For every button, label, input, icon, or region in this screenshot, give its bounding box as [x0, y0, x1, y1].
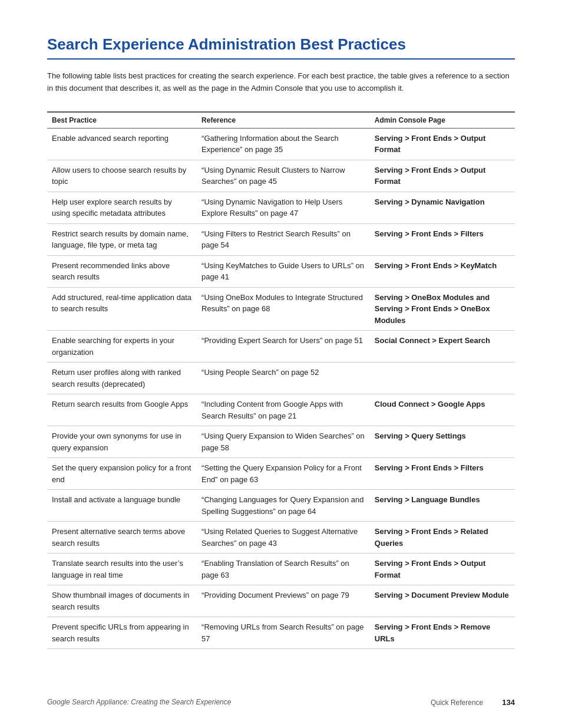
page-title: Search Experience Administration Best Pr… — [47, 35, 515, 60]
cell-best-practice: Allow users to choose search results by … — [47, 160, 197, 192]
table-row: Present recommended links above search r… — [47, 255, 515, 287]
cell-admin-console: Serving > Front Ends > Remove URLs — [370, 617, 515, 649]
cell-reference: “Using Query Expansion to Widen Searches… — [197, 426, 370, 458]
cell-reference: “Setting the Query Expansion Policy for … — [197, 458, 370, 490]
col-header-admin: Admin Console Page — [370, 112, 515, 129]
cell-reference: “Using Related Queries to Suggest Altern… — [197, 522, 370, 554]
cell-reference: “Using People Search” on page 52 — [197, 363, 370, 394]
table-row: Enable advanced search reporting“Gatheri… — [47, 128, 515, 160]
cell-admin-console: Serving > Front Ends > Related Queries — [370, 522, 515, 554]
cell-best-practice: Restrict search results by domain name, … — [47, 223, 197, 255]
cell-admin-console: Serving > Language Bundles — [370, 490, 515, 522]
table-row: Present alternative search terms above s… — [47, 522, 515, 554]
best-practices-table: Best Practice Reference Admin Console Pa… — [47, 111, 515, 650]
cell-admin-console: Serving > Front Ends > Filters — [370, 223, 515, 255]
cell-best-practice: Enable advanced search reporting — [47, 128, 197, 160]
page-number: 134 — [502, 698, 515, 707]
cell-best-practice: Present recommended links above search r… — [47, 255, 197, 287]
intro-text: The following table lists best practices… — [47, 70, 515, 95]
cell-admin-console: Serving > Front Ends > Filters — [370, 458, 515, 490]
cell-reference: “Using Dynamic Result Clusters to Narrow… — [197, 160, 370, 192]
cell-reference: “Enabling Translation of Search Results”… — [197, 554, 370, 585]
table-row: Allow users to choose search results by … — [47, 160, 515, 192]
cell-admin-console: Serving > Query Settings — [370, 426, 515, 458]
cell-reference: “Using Filters to Restrict Search Result… — [197, 223, 370, 255]
cell-best-practice: Set the query expansion policy for a fro… — [47, 458, 197, 490]
table-row: Help user explore search results by usin… — [47, 192, 515, 223]
col-header-bp: Best Practice — [47, 112, 197, 129]
table-row: Return user profiles along with ranked s… — [47, 363, 515, 394]
table-row: Prevent specific URLs from appearing in … — [47, 617, 515, 649]
cell-best-practice: Return user profiles along with ranked s… — [47, 363, 197, 394]
table-row: Set the query expansion policy for a fro… — [47, 458, 515, 490]
table-row: Enable searching for experts in your org… — [47, 331, 515, 363]
footer-left-text: Google Search Appliance: Creating the Se… — [47, 698, 231, 707]
cell-admin-console: Serving > Document Preview Module — [370, 585, 515, 617]
cell-best-practice: Provide your own synonyms for use in que… — [47, 426, 197, 458]
cell-admin-console: Cloud Connect > Google Apps — [370, 394, 515, 426]
cell-reference: “Providing Expert Search for Users” on p… — [197, 331, 370, 363]
cell-reference: “Using OneBox Modules to Integrate Struc… — [197, 287, 370, 331]
cell-admin-console: Serving > Front Ends > Output Format — [370, 554, 515, 585]
footer-section-label: Quick Reference — [431, 699, 483, 707]
cell-reference: “Removing URLs from Search Results” on p… — [197, 617, 370, 649]
cell-admin-console: Social Connect > Expert Search — [370, 331, 515, 363]
cell-admin-console: Serving > Dynamic Navigation — [370, 192, 515, 223]
table-row: Add structured, real-time application da… — [47, 287, 515, 331]
table-row: Return search results from Google Apps“I… — [47, 394, 515, 426]
table-row: Provide your own synonyms for use in que… — [47, 426, 515, 458]
col-header-ref: Reference — [197, 112, 370, 129]
cell-admin-console: Serving > Front Ends > Output Format — [370, 160, 515, 192]
cell-reference: “Providing Document Previews” on page 79 — [197, 585, 370, 617]
cell-reference: “Changing Languages for Query Expansion … — [197, 490, 370, 522]
cell-admin-console: Serving > Front Ends > KeyMatch — [370, 255, 515, 287]
cell-admin-console: Serving > Front Ends > Output Format — [370, 128, 515, 160]
table-row: Install and activate a language bundle“C… — [47, 490, 515, 522]
cell-best-practice: Help user explore search results by usin… — [47, 192, 197, 223]
table-row: Translate search results into the user’s… — [47, 554, 515, 585]
cell-reference: “Gathering Information about the Search … — [197, 128, 370, 160]
cell-reference: “Using KeyMatches to Guide Users to URLs… — [197, 255, 370, 287]
cell-admin-console: Serving > OneBox Modules and Serving > F… — [370, 287, 515, 331]
cell-best-practice: Present alternative search terms above s… — [47, 522, 197, 554]
cell-best-practice: Show thumbnail images of documents in se… — [47, 585, 197, 617]
cell-best-practice: Install and activate a language bundle — [47, 490, 197, 522]
cell-reference: “Using Dynamic Navigation to Help Users … — [197, 192, 370, 223]
table-row: Show thumbnail images of documents in se… — [47, 585, 515, 617]
cell-best-practice: Add structured, real-time application da… — [47, 287, 197, 331]
cell-best-practice: Translate search results into the user’s… — [47, 554, 197, 585]
cell-admin-console — [370, 363, 515, 394]
table-row: Restrict search results by domain name, … — [47, 223, 515, 255]
cell-reference: “Including Content from Google Apps with… — [197, 394, 370, 426]
cell-best-practice: Enable searching for experts in your org… — [47, 331, 197, 363]
page-footer: Google Search Appliance: Creating the Se… — [0, 698, 562, 707]
cell-best-practice: Return search results from Google Apps — [47, 394, 197, 426]
cell-best-practice: Prevent specific URLs from appearing in … — [47, 617, 197, 649]
